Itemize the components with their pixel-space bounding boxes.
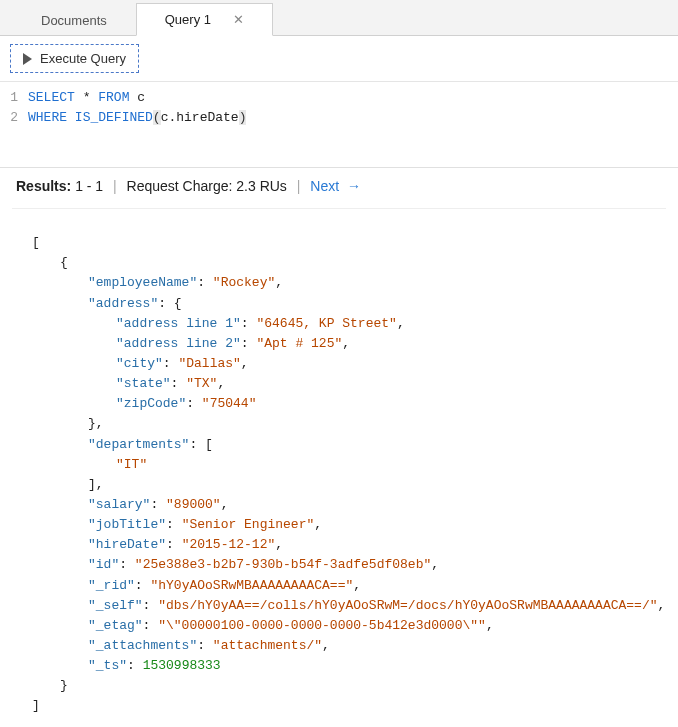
execute-query-button[interactable]: Execute Query	[10, 44, 139, 73]
separator: |	[113, 178, 117, 194]
results-bar: Results: 1 - 1 | Request Charge: 2.3 RUs…	[0, 167, 678, 204]
execute-label: Execute Query	[40, 51, 126, 66]
close-icon[interactable]: ✕	[233, 12, 244, 27]
request-charge-value: 2.3 RUs	[236, 178, 287, 194]
tab-label: Documents	[41, 13, 107, 28]
json-result-view[interactable]: [ { "employeeName": "Rockey", "address":…	[12, 208, 666, 717]
query-editor[interactable]: 1 SELECT * FROM c 2 WHERE IS_DEFINED(c.h…	[0, 82, 678, 167]
toolbar: Execute Query	[0, 36, 678, 82]
next-link[interactable]: Next →	[310, 178, 361, 194]
tab-label: Query 1	[165, 12, 211, 27]
results-label: Results:	[16, 178, 71, 194]
next-label: Next	[310, 178, 339, 194]
arrow-right-icon: →	[343, 178, 361, 194]
editor-line: 1 SELECT * FROM c	[0, 88, 678, 108]
line-number: 2	[0, 108, 28, 128]
tab-documents[interactable]: Documents	[12, 4, 136, 36]
editor-line: 2 WHERE IS_DEFINED(c.hireDate)	[0, 108, 678, 128]
results-range: 1 - 1	[75, 178, 103, 194]
code: SELECT * FROM c	[28, 88, 678, 108]
code: WHERE IS_DEFINED(c.hireDate)	[28, 108, 678, 128]
line-number: 1	[0, 88, 28, 108]
tab-query[interactable]: Query 1 ✕	[136, 3, 273, 36]
request-charge-label: Request Charge:	[127, 178, 233, 194]
tab-bar: Documents Query 1 ✕	[0, 0, 678, 36]
separator: |	[297, 178, 301, 194]
play-icon	[23, 53, 32, 65]
